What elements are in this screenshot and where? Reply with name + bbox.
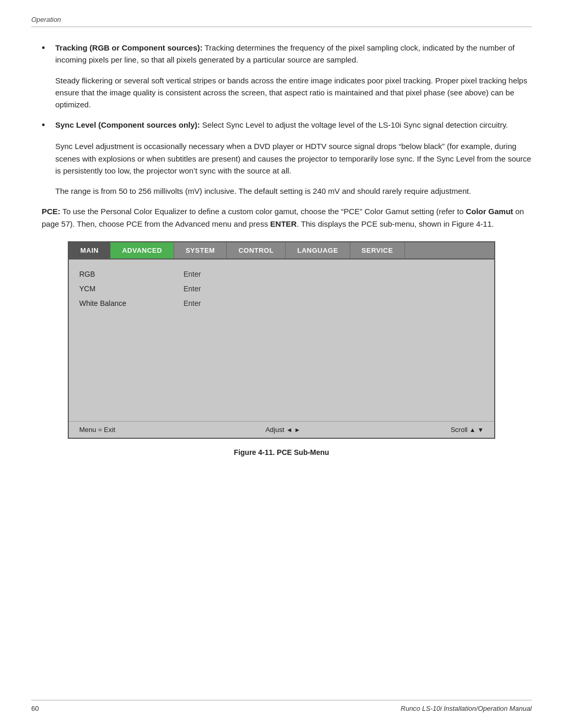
top-divider bbox=[31, 27, 532, 27]
menu-wb-value: Enter bbox=[183, 299, 201, 307]
para-tracking: Steady flickering or several soft vertic… bbox=[42, 75, 532, 111]
figure-caption: Figure 4-11. PCE Sub-Menu bbox=[31, 448, 532, 456]
bullet-text-tracking: Tracking (RGB or Component sources): Tra… bbox=[55, 42, 532, 66]
sync-body: Select Sync Level to adjust the voltage … bbox=[200, 120, 508, 129]
tab-advanced[interactable]: ADVANCED bbox=[111, 242, 174, 258]
page-container: Operation • Tracking (RGB or Component s… bbox=[0, 0, 563, 728]
bullet-item-sync: • Sync Level (Component sources only): S… bbox=[42, 119, 532, 132]
menu-footer-left: Menu = Exit bbox=[79, 426, 115, 434]
page-footer-right-text: Runco LS-10i Installation/Operation Manu… bbox=[401, 705, 532, 712]
pce-enter: ENTER bbox=[270, 219, 297, 228]
content-area: • Tracking (RGB or Component sources): T… bbox=[31, 42, 532, 230]
adjust-left-arrow-icon: ◄ bbox=[286, 426, 292, 434]
menu-right-column: Enter Enter Enter bbox=[183, 265, 484, 416]
menu-row-ycm-value: Enter bbox=[183, 281, 484, 296]
para-sync: Sync Level adjustment is occasionally ne… bbox=[42, 140, 532, 177]
menu-row-ycm: YCM bbox=[79, 281, 183, 296]
tab-service[interactable]: SERVICE bbox=[350, 242, 405, 258]
menu-footer: Menu = Exit Adjust ◄ ► Scroll ▲ ▼ bbox=[69, 421, 494, 438]
menu-rgb-value: Enter bbox=[183, 270, 201, 278]
menu-screenshot: MAIN ADVANCED SYSTEM CONTROL LANGUAGE SE… bbox=[68, 241, 495, 439]
para-range: The range is from 50 to 256 millivolts (… bbox=[42, 185, 532, 197]
tab-language[interactable]: LANGUAGE bbox=[286, 242, 350, 258]
menu-footer-right: Scroll ▲ ▼ bbox=[450, 426, 484, 434]
pce-suffix: . This displays the PCE sub-menu, shown … bbox=[297, 219, 494, 228]
bullet-dot-2: • bbox=[42, 119, 52, 132]
page-number: 60 bbox=[31, 705, 39, 712]
pce-section: PCE: To use the Personal Color Equalizer… bbox=[42, 205, 532, 230]
sync-title: Sync Level (Component sources only): bbox=[55, 120, 200, 129]
bullet-item-tracking: • Tracking (RGB or Component sources): T… bbox=[42, 42, 532, 66]
scroll-up-arrow-icon: ▲ bbox=[470, 426, 476, 434]
menu-row-rgb-value: Enter bbox=[183, 267, 484, 281]
menu-row-ycm-label: YCM bbox=[79, 285, 163, 293]
pce-text: To use the Personal Color Equalizer to d… bbox=[60, 207, 466, 216]
menu-left-column: RGB YCM White Balance bbox=[79, 265, 183, 416]
menu-ycm-value: Enter bbox=[183, 285, 201, 293]
page-footer: 60 Runco LS-10i Installation/Operation M… bbox=[31, 700, 532, 712]
bullet-dot-1: • bbox=[42, 42, 52, 55]
scroll-down-arrow-icon: ▼ bbox=[478, 426, 484, 434]
tab-main[interactable]: MAIN bbox=[69, 242, 111, 258]
menu-row-rgb: RGB bbox=[79, 267, 183, 281]
menu-tabs: MAIN ADVANCED SYSTEM CONTROL LANGUAGE SE… bbox=[69, 242, 494, 260]
header-label: Operation bbox=[31, 16, 532, 23]
pce-prefix: PCE: bbox=[42, 207, 60, 216]
menu-row-white-balance: White Balance bbox=[79, 296, 183, 311]
tab-system[interactable]: SYSTEM bbox=[174, 242, 227, 258]
tracking-title: Tracking (RGB or Component sources): bbox=[55, 43, 203, 52]
tab-control[interactable]: CONTROL bbox=[227, 242, 286, 258]
menu-footer-middle: Adjust ◄ ► bbox=[265, 426, 300, 434]
menu-body: RGB YCM White Balance Enter Enter Enter bbox=[69, 260, 494, 421]
menu-row-rgb-label: RGB bbox=[79, 270, 163, 278]
adjust-right-arrow-icon: ► bbox=[294, 426, 300, 434]
bullet-text-sync: Sync Level (Component sources only): Sel… bbox=[55, 119, 508, 131]
pce-color-gamut-link: Color Gamut bbox=[466, 207, 513, 216]
menu-row-wb-value: Enter bbox=[183, 296, 484, 311]
menu-row-wb-label: White Balance bbox=[79, 299, 163, 307]
